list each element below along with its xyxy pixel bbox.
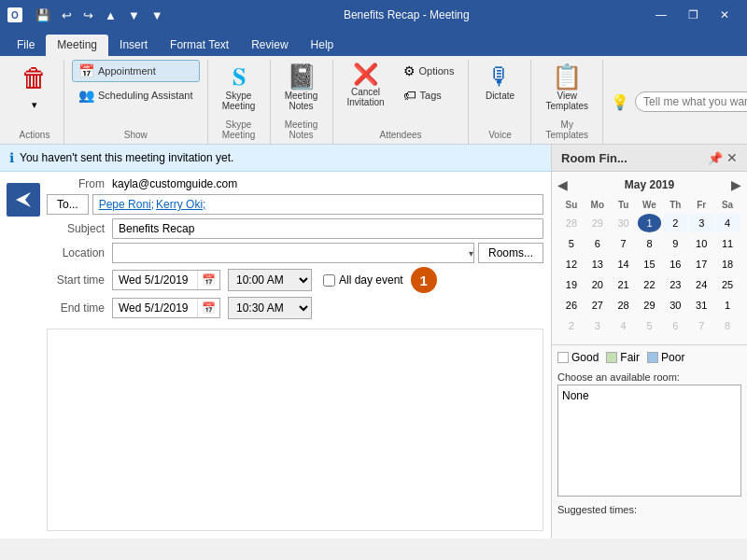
- view-templates-btn[interactable]: 📋 View Templates: [539, 60, 595, 116]
- cancel-invitation-btn[interactable]: ❌ Cancel Invitation: [341, 60, 391, 112]
- cal-day-0-4[interactable]: 2: [663, 214, 687, 232]
- dictate-label: Dictate: [486, 91, 514, 101]
- more-quick-btn[interactable]: ▼: [148, 7, 167, 24]
- scheduling-assistant-btn[interactable]: 👥 Scheduling Assistant: [72, 84, 200, 106]
- start-time-select[interactable]: 10:00 AM: [228, 269, 312, 291]
- cal-day-3-6[interactable]: 25: [715, 275, 740, 294]
- to-button[interactable]: To...: [47, 194, 89, 215]
- end-date-input[interactable]: [113, 299, 197, 317]
- tags-btn[interactable]: 🏷 Tags: [397, 84, 461, 106]
- tab-review[interactable]: Review: [240, 35, 299, 56]
- start-date-input[interactable]: [113, 271, 197, 289]
- room-finder-pin-btn[interactable]: 📌: [708, 151, 723, 165]
- cal-day-2-5[interactable]: 17: [689, 255, 713, 273]
- cal-day-1-3[interactable]: 8: [638, 234, 662, 253]
- ribbon: 🗑 ▾ Actions 📅 Appointment 👥 Scheduling A…: [0, 56, 747, 145]
- cal-day-1-5[interactable]: 10: [689, 234, 713, 253]
- cal-prev-btn[interactable]: ◀: [557, 177, 568, 192]
- to-field[interactable]: Pepe Roni; Kerry Oki;: [92, 194, 543, 215]
- cal-day-0-3[interactable]: 1: [638, 214, 662, 232]
- cal-day-3-4[interactable]: 23: [663, 275, 687, 294]
- location-input[interactable]: [112, 243, 474, 263]
- cal-day-0-1[interactable]: 29: [585, 214, 610, 232]
- dictate-btn[interactable]: 🎙 Dictate: [476, 60, 523, 105]
- cal-day-1-0[interactable]: 5: [559, 234, 584, 253]
- location-dropdown-icon[interactable]: ▾: [469, 248, 473, 259]
- cal-day-0-5[interactable]: 3: [689, 214, 713, 232]
- cal-day-5-1[interactable]: 3: [585, 316, 610, 335]
- skype-meeting-btn[interactable]: 𝐒 Skype Meeting: [216, 60, 262, 116]
- options-btn[interactable]: ⚙ Options: [397, 60, 461, 82]
- cal-day-2-4[interactable]: 16: [663, 255, 687, 273]
- cal-day-1-4[interactable]: 9: [663, 234, 687, 253]
- tab-meeting[interactable]: Meeting: [46, 35, 108, 56]
- cal-day-4-5[interactable]: 31: [689, 296, 713, 315]
- cal-day-2-2[interactable]: 14: [612, 255, 636, 273]
- cal-day-4-3[interactable]: 29: [638, 296, 662, 315]
- info-message: You haven't sent this meeting invitation…: [20, 151, 233, 164]
- undo-quick-btn[interactable]: ↩: [58, 7, 76, 24]
- cal-day-3-1[interactable]: 20: [585, 275, 610, 294]
- end-calendar-icon[interactable]: 📅: [197, 299, 219, 317]
- cal-day-3-0[interactable]: 19: [559, 275, 584, 294]
- room-finder-close-btn[interactable]: ✕: [726, 150, 738, 165]
- meeting-notes-btn[interactable]: 📓 Meeting Notes: [278, 60, 325, 116]
- cal-day-0-2[interactable]: 30: [612, 214, 636, 232]
- calendar-grid: Su Mo Tu We Th Fr Sa 2829301234567891011…: [557, 196, 741, 337]
- cal-day-5-4[interactable]: 6: [663, 316, 687, 335]
- down-quick-btn[interactable]: ▼: [124, 7, 144, 24]
- cal-day-5-2[interactable]: 4: [612, 316, 636, 335]
- cal-month-label: May 2019: [625, 178, 674, 191]
- cancel-label: Cancel Invitation: [347, 87, 385, 107]
- send-button[interactable]: [7, 183, 40, 217]
- maximize-btn[interactable]: ❐: [678, 6, 708, 24]
- cal-day-4-0[interactable]: 26: [559, 296, 584, 315]
- email-body-area[interactable]: [47, 329, 543, 531]
- tell-me-input[interactable]: [635, 91, 747, 112]
- cal-day-4-6[interactable]: 1: [715, 296, 740, 315]
- subject-input[interactable]: [112, 218, 543, 239]
- ribbon-group-attendees: ❌ Cancel Invitation ⚙ Options 🏷 Tags Att…: [333, 60, 470, 144]
- rooms-button[interactable]: Rooms...: [478, 243, 543, 263]
- cal-day-1-2[interactable]: 7: [612, 234, 636, 253]
- rf-scroll-area[interactable]: ◀ May 2019 ▶ Su Mo Tu We Th Fr Sa: [552, 172, 747, 539]
- cal-day-5-6[interactable]: 8: [715, 316, 740, 335]
- tab-insert[interactable]: Insert: [108, 35, 159, 56]
- cal-day-2-6[interactable]: 18: [715, 255, 740, 273]
- cal-day-5-0[interactable]: 2: [559, 316, 584, 335]
- cal-day-2-3[interactable]: 15: [638, 255, 662, 273]
- delete-dropdown-btn[interactable]: ▾: [27, 96, 42, 114]
- cal-day-3-5[interactable]: 24: [689, 275, 713, 294]
- tab-file[interactable]: File: [6, 35, 46, 56]
- cal-day-3-3[interactable]: 22: [638, 275, 662, 294]
- cal-day-0-0[interactable]: 28: [559, 214, 584, 232]
- allday-label[interactable]: All day event: [339, 273, 403, 287]
- cal-day-5-5[interactable]: 7: [689, 316, 713, 335]
- cal-next-btn[interactable]: ▶: [731, 177, 741, 192]
- save-quick-btn[interactable]: 💾: [32, 7, 54, 24]
- cal-day-3-2[interactable]: 21: [612, 275, 636, 294]
- tab-help[interactable]: Help: [300, 35, 345, 56]
- allday-checkbox[interactable]: [323, 274, 335, 287]
- appointment-btn[interactable]: 📅 Appointment: [72, 60, 200, 82]
- cal-day-4-1[interactable]: 27: [585, 296, 610, 315]
- close-btn[interactable]: ✕: [710, 6, 740, 24]
- cal-day-2-1[interactable]: 13: [585, 255, 610, 273]
- cal-day-2-0[interactable]: 12: [559, 255, 584, 273]
- redo-quick-btn[interactable]: ↪: [79, 7, 97, 24]
- cal-day-4-4[interactable]: 30: [663, 296, 687, 315]
- up-quick-btn[interactable]: ▲: [101, 7, 120, 24]
- minimize-btn[interactable]: —: [646, 6, 676, 24]
- cal-day-1-1[interactable]: 6: [585, 234, 610, 253]
- cal-day-0-6[interactable]: 4: [715, 214, 740, 232]
- end-time-select[interactable]: 10:30 AM: [228, 297, 312, 319]
- tab-format-text[interactable]: Format Text: [159, 35, 240, 56]
- start-calendar-icon[interactable]: 📅: [197, 271, 219, 289]
- ribbon-group-show: 📅 Appointment 👥 Scheduling Assistant Sho…: [64, 60, 208, 144]
- cal-day-5-3[interactable]: 5: [638, 316, 662, 335]
- delete-button[interactable]: 🗑: [13, 60, 56, 96]
- step-badge: 1: [411, 267, 437, 293]
- cal-day-1-6[interactable]: 11: [715, 234, 740, 253]
- cal-day-4-2[interactable]: 28: [612, 296, 636, 315]
- to-tag-pepe: Pepe Roni;: [99, 198, 154, 211]
